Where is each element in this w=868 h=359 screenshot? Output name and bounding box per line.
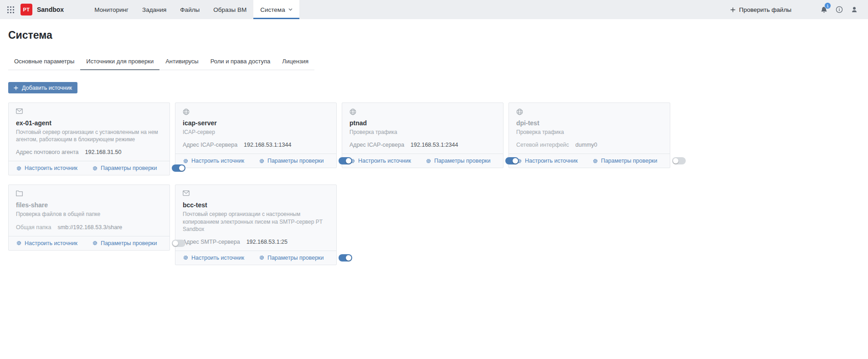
pt-logo[interactable]: PT — [21, 4, 32, 15]
card-body: ptnad Проверка трафика Адрес ICAP-сервер… — [342, 103, 503, 154]
card-toggle[interactable] — [172, 240, 185, 247]
tab-check-sources[interactable]: Источники для проверки — [80, 54, 159, 70]
top-bar: PT Sandbox Мониторинг Задания Файлы Обра… — [0, 0, 868, 19]
tab-antiviruses[interactable]: Антивирусы — [159, 54, 205, 70]
source-description: ICAP-сервер — [183, 128, 329, 136]
property-label: Общая папка — [16, 224, 51, 231]
configure-source-link[interactable]: Настроить источник — [16, 240, 77, 246]
nav-item-tasks[interactable]: Задания — [135, 0, 173, 19]
configure-source-link[interactable]: Настроить источник — [183, 255, 244, 261]
source-description: Проверка трафика — [516, 128, 663, 136]
add-source-label: Добавить источник — [22, 85, 72, 91]
configure-source-label: Настроить источник — [25, 240, 77, 246]
gear-icon — [259, 255, 265, 261]
property-value: smb://192.168.53.3/share — [58, 224, 123, 231]
check-params-label: Параметры проверки — [267, 255, 324, 261]
configure-source-link[interactable]: Настроить источник — [16, 165, 77, 171]
check-params-link[interactable]: Параметры проверки — [92, 240, 157, 246]
configure-source-label: Настроить источник — [358, 158, 411, 164]
globe-icon — [183, 108, 329, 115]
apps-grid-icon[interactable] — [7, 6, 14, 13]
card-body: bcc-test Почтовый сервер организации с н… — [175, 185, 336, 251]
user-icon[interactable] — [851, 6, 858, 13]
nav-item-system[interactable]: Система — [253, 0, 299, 19]
source-property: Адрес SMTP-сервера 192.168.53.1:25 — [183, 239, 329, 245]
gear-icon — [183, 255, 189, 261]
source-property: Адрес ICAP-сервера 192.168.53.1:2344 — [349, 142, 496, 148]
card-toggle[interactable] — [339, 157, 352, 164]
source-title: bcc-test — [183, 201, 329, 209]
top-bar-right: Проверить файлы 1 — [730, 0, 868, 19]
source-title: files-share — [16, 201, 162, 209]
source-card: files-share Проверка файлов в общей папк… — [8, 185, 170, 250]
source-description: Почтовый сервер организации с установлен… — [16, 128, 162, 143]
source-description: Почтовый сервер организации с настроенны… — [183, 210, 329, 233]
gear-icon — [92, 165, 98, 171]
check-params-label: Параметры проверки — [101, 165, 157, 171]
check-params-label: Параметры проверки — [101, 240, 157, 246]
check-files-label: Проверить файлы — [739, 6, 791, 13]
tab-license[interactable]: Лицензия — [276, 54, 314, 70]
top-bar-left: PT Sandbox — [0, 0, 64, 19]
property-label: Адрес почтового агента — [16, 149, 79, 155]
card-toggle[interactable] — [172, 164, 185, 172]
gear-icon — [183, 158, 189, 164]
card-footer: Настроить источник Параметры проверки — [175, 251, 336, 265]
property-value: 192.168.53.1:25 — [247, 239, 288, 245]
tab-roles-access[interactable]: Роли и права доступа — [205, 54, 277, 70]
gear-icon — [426, 158, 431, 164]
configure-source-link[interactable]: Настроить источник — [183, 158, 244, 164]
card-toggle[interactable] — [672, 157, 686, 164]
plus-icon — [14, 86, 18, 90]
card-body: icap-server ICAP-сервер Адрес ICAP-серве… — [175, 103, 336, 154]
app-name: Sandbox — [37, 6, 64, 13]
mail-icon — [183, 190, 329, 197]
check-params-link[interactable]: Параметры проверки — [426, 158, 491, 164]
page-title: Система — [8, 29, 868, 41]
nav-item-system-label: Система — [260, 6, 285, 13]
plus-icon — [730, 7, 735, 12]
property-value: dummy0 — [575, 142, 597, 148]
source-card: ptnad Проверка трафика Адрес ICAP-сервер… — [342, 103, 503, 168]
property-label: Адрес SMTP-сервера — [183, 239, 240, 245]
nav-item-files[interactable]: Файлы — [173, 0, 206, 19]
nav-item-vm-images[interactable]: Образы ВМ — [206, 0, 253, 19]
card-body: ex-01-agent Почтовый сервер организации … — [9, 103, 169, 161]
main-nav: Мониторинг Задания Файлы Образы ВМ Систе… — [87, 0, 299, 19]
info-icon[interactable] — [836, 6, 843, 13]
source-description: Проверка трафика — [349, 128, 496, 136]
card-toggle[interactable] — [339, 254, 352, 262]
nav-item-monitoring[interactable]: Мониторинг — [87, 0, 135, 19]
gear-icon — [92, 240, 98, 246]
check-params-link[interactable]: Параметры проверки — [92, 165, 157, 171]
source-title: ptnad — [349, 119, 496, 127]
configure-source-link[interactable]: Настроить источник — [516, 158, 578, 164]
card-footer: Настроить источник Параметры проверки — [175, 154, 336, 168]
property-label: Адрес ICAP-сервера — [349, 142, 404, 148]
configure-source-link[interactable]: Настроить источник — [349, 158, 411, 164]
gear-icon — [16, 240, 22, 246]
tab-main-parameters[interactable]: Основные параметры — [8, 54, 80, 70]
check-params-link[interactable]: Параметры проверки — [259, 158, 324, 164]
check-params-link[interactable]: Параметры проверки — [592, 158, 657, 164]
configure-source-label: Настроить источник — [525, 158, 578, 164]
chevron-down-icon — [288, 8, 293, 11]
configure-source-label: Настроить источник — [191, 255, 244, 261]
property-value: 192.168.53.1:2344 — [411, 142, 458, 148]
globe-icon — [349, 108, 496, 115]
notifications-bell-icon[interactable]: 1 — [820, 6, 828, 14]
card-footer: Настроить источник Параметры проверки — [342, 154, 503, 168]
source-title: icap-server — [183, 119, 329, 127]
configure-source-label: Настроить источник — [25, 165, 77, 171]
check-params-link[interactable]: Параметры проверки — [259, 255, 324, 261]
card-toggle[interactable] — [505, 157, 519, 164]
gear-icon — [592, 158, 598, 164]
check-params-label: Параметры проверки — [601, 158, 657, 164]
source-cards: ex-01-agent Почтовый сервер организации … — [8, 103, 670, 265]
source-card: ex-01-agent Почтовый сервер организации … — [8, 103, 170, 175]
card-footer: Настроить источник Параметры проверки — [9, 236, 169, 250]
source-card: bcc-test Почтовый сервер организации с н… — [175, 185, 337, 265]
add-source-button[interactable]: Добавить источник — [8, 82, 77, 93]
card-body: files-share Проверка файлов в общей папк… — [9, 185, 169, 236]
check-files-button[interactable]: Проверить файлы — [730, 6, 791, 13]
